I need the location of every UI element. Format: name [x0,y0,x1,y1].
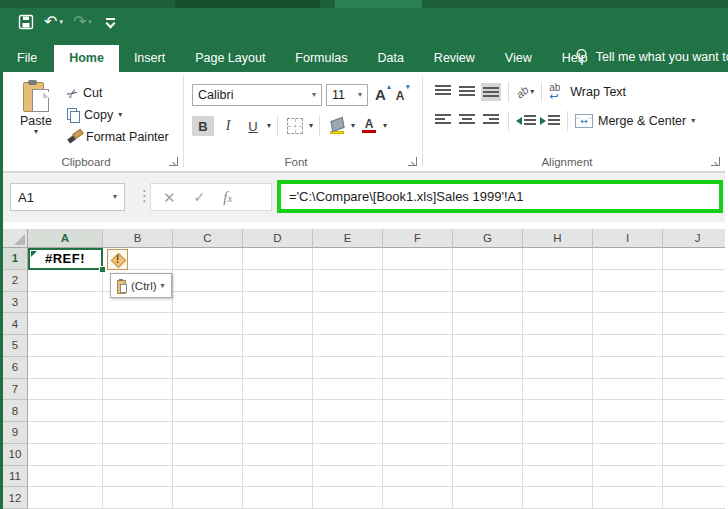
fill-handle[interactable] [99,266,106,273]
underline-button[interactable]: U [242,116,264,136]
cell-C4[interactable] [173,313,243,335]
cell-E1[interactable] [313,248,383,270]
cell-I11[interactable] [593,466,663,488]
customize-quick-access-button[interactable] [106,18,115,27]
name-box-dropdown-caret-icon[interactable]: ▾ [113,193,117,201]
cell-D7[interactable] [243,379,313,401]
font-size-combobox[interactable]: 11 ▾ [326,84,368,106]
cell-E8[interactable] [313,400,383,422]
cell-A8[interactable] [28,400,103,422]
cell-E6[interactable] [313,357,383,379]
cell-A10[interactable] [28,444,103,466]
cell-I2[interactable] [593,270,663,292]
cell-I8[interactable] [593,400,663,422]
decrease-indent-button[interactable] [516,115,536,127]
cell-E5[interactable] [313,335,383,357]
cell-E11[interactable] [313,466,383,488]
cell-J4[interactable] [663,313,725,335]
cell-G10[interactable] [453,444,523,466]
row-header-3[interactable]: 3 [3,292,28,314]
cell-C11[interactable] [173,466,243,488]
cell-D2[interactable] [243,270,313,292]
cell-G11[interactable] [453,466,523,488]
trace-error-button[interactable]: ! [107,249,128,270]
cell-F5[interactable] [383,335,453,357]
cell-J5[interactable] [663,335,725,357]
enter-icon[interactable]: ✓ [194,189,206,205]
cell-J9[interactable] [663,422,725,444]
cell-E3[interactable] [313,292,383,314]
cell-J11[interactable] [663,466,725,488]
row-header-4[interactable]: 4 [3,313,28,335]
column-header-F[interactable]: F [383,229,453,248]
cell-F7[interactable] [383,379,453,401]
paste-options-dropdown-caret-icon[interactable]: ▾ [161,282,165,290]
cell-F9[interactable] [383,422,453,444]
wrap-text-button[interactable]: ab↩ Wrap Text [549,85,626,99]
undo-dropdown-caret-icon[interactable]: ▾ [59,18,63,26]
undo-button[interactable]: ↶ ▾ [44,14,63,30]
column-header-E[interactable]: E [313,229,383,248]
merge-center-button[interactable]: ↔ Merge & Center ▾ [575,114,695,128]
cell-C1[interactable] [173,248,243,270]
cell-G7[interactable] [453,379,523,401]
cell-J2[interactable] [663,270,725,292]
cell-F6[interactable] [383,357,453,379]
cell-I5[interactable] [593,335,663,357]
cell-A2[interactable] [28,270,103,292]
cell-D4[interactable] [243,313,313,335]
cell-H5[interactable] [523,335,593,357]
cell-F8[interactable] [383,400,453,422]
paste-options-button[interactable]: (Ctrl) ▾ [110,273,172,298]
cell-G9[interactable] [453,422,523,444]
cell-G5[interactable] [453,335,523,357]
cell-B9[interactable] [103,422,173,444]
align-center-button[interactable] [457,112,477,130]
cell-F10[interactable] [383,444,453,466]
column-header-B[interactable]: B [103,229,173,248]
paste-button[interactable]: Paste ▾ [11,80,61,148]
row-header-12[interactable]: 12 [3,487,28,509]
cell-E4[interactable] [313,313,383,335]
align-middle-button[interactable] [457,83,477,101]
cell-H8[interactable] [523,400,593,422]
cell-H3[interactable] [523,292,593,314]
cell-B12[interactable] [103,487,173,509]
tab-review[interactable]: Review [419,45,490,72]
align-bottom-button[interactable] [481,83,501,101]
row-header-2[interactable]: 2 [3,270,28,292]
cancel-icon[interactable]: ✕ [163,190,176,205]
row-header-11[interactable]: 11 [3,466,28,488]
cell-G12[interactable] [453,487,523,509]
cell-A1[interactable]: #REF! [28,248,103,270]
cell-D11[interactable] [243,466,313,488]
cell-H2[interactable] [523,270,593,292]
cell-J1[interactable] [663,248,725,270]
tab-home[interactable]: Home [54,45,119,72]
cell-D9[interactable] [243,422,313,444]
borders-button[interactable] [284,116,306,136]
copy-dropdown-caret-icon[interactable]: ▾ [118,111,122,119]
cell-C6[interactable] [173,357,243,379]
font-name-combobox[interactable]: Calibri ▾ [192,84,322,106]
format-painter-button[interactable]: Format Painter [67,126,169,148]
fill-color-button[interactable] [326,116,348,136]
font-dialog-launcher-icon[interactable] [408,157,417,166]
cell-E7[interactable] [313,379,383,401]
tell-me-box[interactable]: Tell me what you want to do [564,42,728,72]
tab-file[interactable]: File [0,45,54,72]
row-header-9[interactable]: 9 [3,422,28,444]
row-header-1[interactable]: 1 [3,248,28,270]
cell-J12[interactable] [663,487,725,509]
cell-F2[interactable] [383,270,453,292]
cell-C5[interactable] [173,335,243,357]
cell-B4[interactable] [103,313,173,335]
column-header-D[interactable]: D [243,229,313,248]
cell-C12[interactable] [173,487,243,509]
cell-F3[interactable] [383,292,453,314]
cell-G4[interactable] [453,313,523,335]
fill-color-dropdown-caret-icon[interactable]: ▾ [351,122,355,130]
merge-center-dropdown-caret-icon[interactable]: ▾ [691,117,695,125]
cell-B7[interactable] [103,379,173,401]
cell-C3[interactable] [173,292,243,314]
